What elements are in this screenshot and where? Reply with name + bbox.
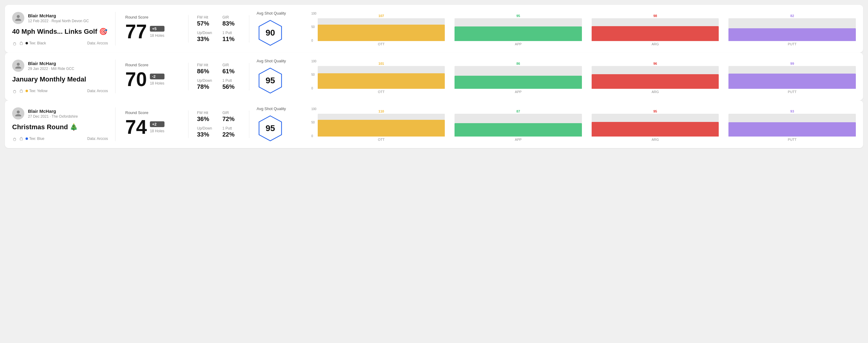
tee-label: Tee: Blue: [26, 136, 44, 141]
fw-hit-stat: FW Hit 57%: [197, 15, 215, 27]
data-source: Data: Arccos: [87, 41, 108, 45]
updown-stat: Up/Down 33%: [197, 126, 215, 138]
fw-hit-label: FW Hit: [197, 63, 215, 67]
chart-bar: 95: [455, 14, 582, 41]
svg-rect-4: [20, 90, 23, 92]
chart-bar: 86: [455, 62, 582, 89]
score-row: 77 +5 18 Holes: [125, 22, 179, 41]
player-name: Blair McHarg: [28, 61, 74, 66]
chart-x-labels: OTTAPPARGPUTT: [318, 42, 856, 46]
player-name: Blair McHarg: [28, 13, 89, 18]
oneputt-stat: 1 Putt 11%: [222, 31, 241, 42]
oneputt-stat: 1 Putt 56%: [222, 79, 241, 90]
chart-bars-container: 107 95 98 82: [318, 12, 856, 46]
score-holes: 18 Holes: [150, 129, 164, 133]
chart-inner: 100 50 0 110 87 95: [311, 107, 856, 142]
middle-section: Round Score 74 +2 18 Holes: [116, 111, 188, 138]
chart-bar: 93: [728, 110, 856, 136]
stats-section: FW Hit 36% GIR 72% Up/Down 33% 1 Putt 22…: [188, 111, 249, 138]
chart-bars: 101 86 96 99: [318, 60, 856, 90]
round-score-label: Round Score: [125, 111, 179, 115]
player-meta: Blair McHarg 12 Feb 2022 · Royal North D…: [28, 13, 89, 23]
oneputt-value: 22%: [222, 131, 241, 138]
score-number: 74: [125, 117, 147, 137]
player-info: Blair McHarg 27 Dec 2021 · The Oxfordshi…: [12, 107, 108, 120]
chart-x-labels: OTTAPPARGPUTT: [318, 138, 856, 142]
chart-bar: 98: [592, 14, 719, 41]
player-meta: Blair McHarg 29 Jan 2022 · Mill Ride GCC: [28, 61, 74, 71]
gir-label: GIR: [222, 111, 241, 115]
updown-label: Up/Down: [197, 31, 215, 35]
svg-point-3: [13, 91, 16, 93]
stats-grid: FW Hit 36% GIR 72% Up/Down 33% 1 Putt 22…: [197, 111, 241, 138]
score-row: 74 +2 18 Holes: [125, 117, 179, 137]
gir-stat: GIR 83%: [222, 15, 241, 27]
hexagon: 95: [257, 67, 284, 94]
stats-grid: FW Hit 86% GIR 61% Up/Down 78% 1 Putt 56…: [197, 63, 241, 90]
chart-x-label: ARG: [592, 42, 719, 46]
date-course: 12 Feb 2022 · Royal North Devon GC: [28, 19, 89, 23]
fw-hit-label: FW Hit: [197, 111, 215, 115]
quality-section: Avg Shot Quality 95: [249, 106, 304, 142]
fw-hit-stat: FW Hit 36%: [197, 111, 215, 123]
chart-x-label: PUTT: [728, 90, 856, 94]
chart-bar: 87: [455, 110, 582, 136]
chart-bar: 95: [592, 110, 719, 136]
oneputt-value: 11%: [222, 36, 241, 42]
score-badge: +2: [150, 121, 164, 127]
weather-icon: [12, 41, 17, 45]
avatar: [12, 107, 24, 120]
round-score-label: Round Score: [125, 15, 179, 20]
oneputt-stat: 1 Putt 22%: [222, 126, 241, 138]
score-number: 77: [125, 22, 147, 41]
hexagon: 90: [257, 19, 284, 46]
gir-value: 61%: [222, 68, 241, 75]
chart-bar: 107: [318, 14, 445, 41]
chart-bar: 96: [592, 62, 719, 89]
score-badge: +5: [150, 26, 164, 32]
oneputt-label: 1 Putt: [222, 31, 241, 35]
quality-label: Avg Shot Quality: [257, 106, 286, 111]
score-holes: 18 Holes: [150, 33, 164, 38]
chart-inner: 100 50 0 107 95 98: [311, 12, 856, 46]
updown-value: 78%: [197, 83, 215, 90]
chart-bars-container: 110 87 95 93: [318, 107, 856, 142]
fw-hit-value: 57%: [197, 20, 215, 27]
chart-bar: 110: [318, 110, 445, 136]
quality-label: Avg Shot Quality: [257, 11, 286, 15]
gir-label: GIR: [222, 15, 241, 20]
middle-section: Round Score 70 -2 18 Holes: [116, 63, 188, 90]
chart-section: 100 50 0 110 87 95: [304, 107, 856, 142]
gir-stat: GIR 72%: [222, 111, 241, 123]
svg-rect-7: [20, 138, 23, 140]
tee-info: Tee: Blue: [12, 136, 44, 141]
svg-rect-1: [20, 42, 23, 45]
left-section: Blair McHarg 12 Feb 2022 · Royal North D…: [12, 12, 116, 45]
chart-x-label: APP: [455, 42, 582, 46]
player-name: Blair McHarg: [28, 108, 78, 114]
stats-section: FW Hit 57% GIR 83% Up/Down 33% 1 Putt 11…: [188, 15, 249, 42]
score-holes: 18 Holes: [150, 81, 164, 86]
weather-icon: [12, 89, 17, 93]
weather-icon: [12, 136, 17, 141]
quality-score: 95: [266, 76, 275, 86]
quality-score: 95: [266, 123, 275, 133]
round-title: January Monthly Medal: [12, 75, 108, 83]
updown-stat: Up/Down 78%: [197, 79, 215, 90]
footer-info: Tee: Black Data: Arccos: [12, 41, 108, 45]
fw-hit-value: 36%: [197, 116, 215, 123]
chart-bar: 99: [728, 62, 856, 89]
oneputt-label: 1 Putt: [222, 79, 241, 83]
gir-value: 83%: [222, 20, 241, 27]
chart-y-labels: 100 50 0: [311, 60, 318, 90]
date-course: 27 Dec 2021 · The Oxfordshire: [28, 114, 78, 119]
chart-section: 100 50 0 107 95 98: [304, 12, 856, 46]
chart-bar: 82: [728, 14, 856, 41]
updown-label: Up/Down: [197, 79, 215, 83]
round-title: 40 Mph Winds... Links Golf 🎯: [12, 28, 108, 36]
chart-x-label: ARG: [592, 90, 719, 94]
chart-bars-container: 101 86 96 99: [318, 60, 856, 94]
stats-section: FW Hit 86% GIR 61% Up/Down 78% 1 Putt 56…: [188, 63, 249, 90]
chart-x-label: OTT: [318, 90, 445, 94]
chart-x-label: APP: [455, 90, 582, 94]
